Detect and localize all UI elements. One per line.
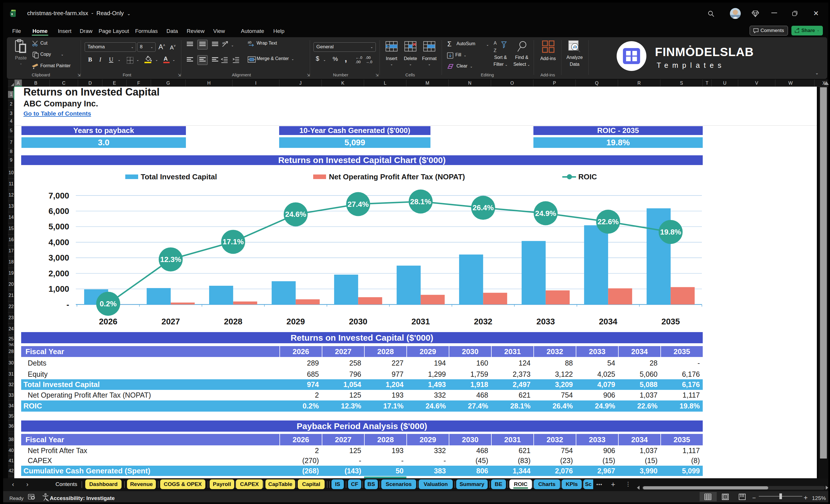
svg-text:3,000: 3,000 <box>48 253 69 262</box>
svg-text:x: x <box>11 12 13 16</box>
svg-text:24.6%: 24.6% <box>285 210 306 219</box>
svg-text:ab: ab <box>222 41 226 44</box>
svg-text:2035: 2035 <box>662 317 680 326</box>
svg-text:ab: ab <box>248 40 252 44</box>
svg-text:19.8%: 19.8% <box>660 228 681 236</box>
svg-text:22.6%: 22.6% <box>598 217 619 226</box>
svg-text:7,000: 7,000 <box>48 191 69 200</box>
svg-text:2028: 2028 <box>224 317 243 326</box>
svg-text:1,000: 1,000 <box>48 284 69 293</box>
svg-text:0.2%: 0.2% <box>100 300 117 308</box>
svg-text:2033: 2033 <box>537 317 555 326</box>
svg-text:6,000: 6,000 <box>48 207 69 216</box>
svg-text:2027: 2027 <box>162 317 180 326</box>
svg-text:12.3%: 12.3% <box>160 255 181 264</box>
svg-text:28.1%: 28.1% <box>410 197 431 206</box>
svg-text:2031: 2031 <box>412 317 430 326</box>
svg-text:Z: Z <box>493 48 497 53</box>
svg-text:27.4%: 27.4% <box>348 200 369 209</box>
svg-text:A: A <box>493 41 497 45</box>
svg-text:24.9%: 24.9% <box>535 209 556 218</box>
svg-text:2,000: 2,000 <box>48 269 69 278</box>
svg-text:2032: 2032 <box>474 317 492 326</box>
svg-text:5,000: 5,000 <box>48 222 69 231</box>
svg-text:4,000: 4,000 <box>48 238 69 247</box>
svg-text:26.4%: 26.4% <box>473 203 493 212</box>
svg-text:17.1%: 17.1% <box>223 238 244 246</box>
svg-text:2029: 2029 <box>287 317 305 326</box>
svg-text:-: - <box>66 300 69 309</box>
svg-text:2030: 2030 <box>349 317 368 326</box>
svg-text:2026: 2026 <box>99 317 118 326</box>
svg-text:2034: 2034 <box>599 317 617 326</box>
